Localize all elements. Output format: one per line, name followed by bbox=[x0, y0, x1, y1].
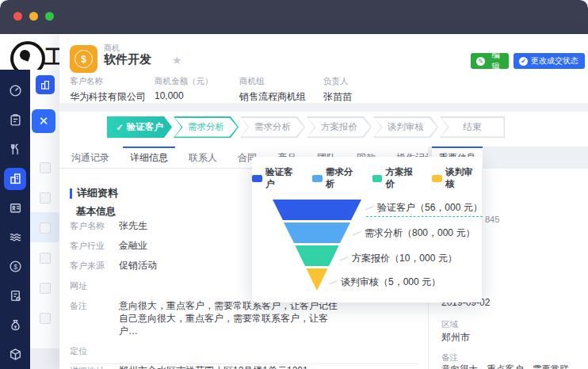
legend-swatch-icon bbox=[372, 175, 383, 182]
step-label: 需求分析 bbox=[240, 116, 305, 138]
stage-step[interactable]: 需求分析 bbox=[240, 116, 305, 138]
legend-label: 需求分析 bbox=[326, 166, 362, 190]
coin-icon: $ bbox=[4, 256, 26, 278]
header-field: 商机组销售流程商机组 bbox=[239, 76, 306, 104]
funnel-segment-label: 验证客户（56，000 元） bbox=[366, 201, 483, 217]
sidebar-item-waves[interactable] bbox=[0, 223, 30, 252]
funnel-segment-label: 需求分析（800，000 元） bbox=[353, 226, 475, 240]
remark-value: 意向很大，重点客户，需要常联系客户，让客户记住自己意向很大，重点… bbox=[441, 363, 578, 369]
row-checkbox[interactable] bbox=[40, 313, 51, 324]
header-field-value: 张苗苗 bbox=[323, 90, 352, 104]
sidebar-item-cube[interactable] bbox=[0, 340, 30, 369]
step-label: ✓验证客户 bbox=[107, 116, 172, 138]
sidebar-item-money-bag[interactable] bbox=[0, 310, 30, 340]
row-checkbox[interactable] bbox=[40, 162, 51, 173]
step-label: 方案报价 bbox=[307, 116, 372, 138]
detail-field-label: 客户名称 bbox=[70, 219, 119, 232]
header-field-value: 销售流程商机组 bbox=[239, 90, 306, 104]
company-module-button[interactable] bbox=[36, 75, 55, 94]
legend-label: 谈判审核 bbox=[445, 166, 482, 190]
sidebar-item-dashboard[interactable] bbox=[0, 76, 30, 105]
edit-button[interactable]: ✎ 编辑 bbox=[471, 53, 509, 69]
panel-close-button[interactable]: ✕ bbox=[32, 109, 55, 133]
maximize-window-button[interactable] bbox=[45, 12, 54, 21]
opportunity-type-icon: $ bbox=[70, 45, 97, 73]
funnel-segment-label: 方案报价（10，000 元） bbox=[341, 252, 457, 265]
sidebar-item-schedule[interactable] bbox=[0, 105, 30, 135]
stage-step[interactable]: 结束 bbox=[440, 116, 505, 138]
detail-field-label: 客户行业 bbox=[70, 239, 119, 252]
detail-field-label: 网址 bbox=[70, 280, 119, 292]
window-titlebar bbox=[0, 0, 588, 34]
legend-item[interactable]: 验证客户 bbox=[252, 166, 302, 190]
region-value: 郑州市 bbox=[441, 331, 470, 344]
row-checkbox[interactable] bbox=[40, 283, 51, 294]
list-row[interactable] bbox=[30, 152, 59, 182]
funnel-legend: 验证客户需求分析方案报价谈判审核 bbox=[252, 166, 482, 190]
minimize-window-button[interactable] bbox=[29, 12, 38, 21]
row-checkbox[interactable] bbox=[40, 253, 51, 264]
sidebar-item-contact-card[interactable] bbox=[0, 193, 30, 223]
step-label: 结束 bbox=[440, 116, 505, 138]
schedule-icon bbox=[4, 109, 26, 131]
legend-swatch-icon bbox=[312, 175, 323, 182]
sidebar-item-coin[interactable]: $ bbox=[0, 252, 30, 281]
header-field-value: 10,000 bbox=[155, 90, 213, 101]
connector-line bbox=[340, 257, 349, 261]
close-window-button[interactable] bbox=[13, 12, 22, 21]
favorite-star-icon[interactable]: ★ bbox=[172, 54, 182, 67]
stage-step[interactable]: ✓验证客户 bbox=[107, 116, 172, 138]
region-label: 区域 bbox=[441, 319, 458, 330]
list-row[interactable] bbox=[30, 302, 59, 333]
dollar-icon: $ bbox=[74, 50, 93, 68]
funnel-popup: 验证客户需求分析方案报价谈判审核 验证客户（56，000 元）需求分析（800，… bbox=[252, 157, 482, 302]
header-field: 客户名称华为科技有限公司 bbox=[70, 76, 146, 104]
sidebar-item-company[interactable] bbox=[0, 164, 30, 193]
connector-line bbox=[353, 231, 361, 235]
list-footer-strip bbox=[30, 348, 59, 369]
legend-label: 验证客户 bbox=[265, 166, 302, 190]
group-title: 基本信息 bbox=[76, 205, 116, 219]
stage-progress-bar: ✓验证客户需求分析需求分析方案报价谈判审核结束 bbox=[105, 116, 505, 138]
app-sidebar: $ bbox=[0, 70, 30, 369]
section-accent-bar bbox=[70, 188, 72, 199]
header-divider-strip bbox=[59, 103, 588, 112]
header-field: 负责人张苗苗 bbox=[323, 76, 352, 104]
sidebar-item-invoice[interactable] bbox=[0, 281, 30, 310]
list-row[interactable] bbox=[30, 272, 59, 302]
waves-icon bbox=[4, 226, 26, 249]
stage-step[interactable]: 需求分析 bbox=[174, 116, 239, 138]
legend-item[interactable]: 需求分析 bbox=[312, 166, 362, 190]
remark-label: 备注 bbox=[441, 352, 458, 363]
edit-button-label: 编辑 bbox=[488, 50, 503, 72]
tab-1[interactable]: 沟通记录 bbox=[61, 146, 120, 169]
header-field-value: 华为科技有限公司 bbox=[70, 90, 146, 104]
stage-step[interactable]: 方案报价 bbox=[307, 116, 372, 138]
pencil-icon: ✎ bbox=[476, 57, 485, 66]
detail-field-label: 定位 bbox=[70, 344, 119, 357]
detail-field-label: 详细地址 bbox=[70, 364, 119, 369]
stage-step[interactable]: 谈判审核 bbox=[373, 116, 438, 138]
tab-3[interactable]: 联系人 bbox=[178, 146, 227, 169]
row-checkbox[interactable] bbox=[40, 223, 51, 234]
opportunity-title: 软件开发 bbox=[104, 52, 151, 67]
list-row[interactable] bbox=[30, 242, 59, 272]
dashboard-icon bbox=[4, 80, 26, 102]
tab-2[interactable]: 详细信息 bbox=[120, 146, 178, 169]
sidebar-item-tools[interactable] bbox=[0, 135, 30, 164]
change-deal-status-button[interactable]: ✔ 更改成交状态 bbox=[514, 53, 585, 69]
header-field-label: 商机金额（元） bbox=[155, 76, 213, 87]
contact-card-icon bbox=[4, 197, 26, 219]
list-row[interactable] bbox=[30, 182, 59, 212]
header-field: 商机金额（元）10,000 bbox=[155, 76, 213, 101]
money-bag-icon bbox=[4, 314, 26, 337]
detail-field-value bbox=[119, 344, 345, 357]
list-row[interactable] bbox=[30, 212, 59, 242]
funnel-segment bbox=[273, 223, 361, 243]
svg-text:$: $ bbox=[13, 263, 17, 271]
legend-item[interactable]: 谈判审核 bbox=[432, 166, 482, 190]
app-window: 工之 $ ✕ $ 商机 软件开发 ★ ✎ 编辑 ✔ 更改成交状态 客户名称华为科… bbox=[0, 0, 588, 369]
legend-item[interactable]: 方案报价 bbox=[372, 166, 422, 190]
connector-line bbox=[365, 206, 374, 210]
row-checkbox[interactable] bbox=[40, 192, 51, 204]
